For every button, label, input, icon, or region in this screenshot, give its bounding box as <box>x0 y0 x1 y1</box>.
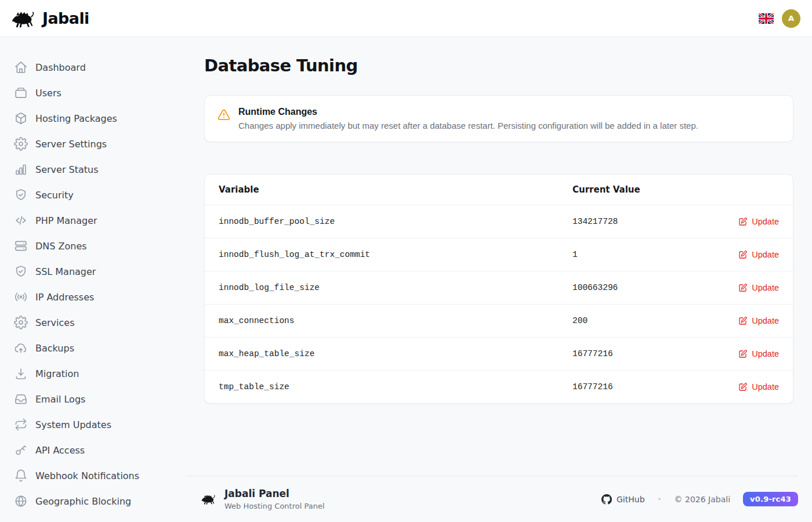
app-footer: Jabali Panel Web Hosting Control Panel G… <box>186 476 798 522</box>
update-button-label: Update <box>752 217 779 226</box>
update-button[interactable]: Update <box>738 250 779 259</box>
update-button[interactable]: Update <box>738 217 779 226</box>
sidebar-item-label: IP Addresses <box>35 292 94 303</box>
edit-icon <box>738 217 748 226</box>
update-button-label: Update <box>752 250 779 259</box>
key-icon <box>14 443 28 457</box>
variable-name: max_connections <box>219 316 572 325</box>
wallet-icon <box>14 86 28 100</box>
table-row: max_heap_table_size 16777216 Update <box>205 337 793 370</box>
table-row: innodb_flush_log_at_trx_commit 1 Update <box>205 238 793 271</box>
sidebar-item-api-access[interactable]: API Access <box>0 437 186 463</box>
footer-tagline: Web Hosting Control Panel <box>224 502 325 510</box>
bar-chart-icon <box>14 162 28 176</box>
table-row: max_connections 200 Update <box>205 304 793 337</box>
code-icon <box>14 213 28 227</box>
refresh-icon <box>14 418 28 432</box>
variable-name: innodb_flush_log_at_trx_commit <box>219 250 572 259</box>
gear-icon <box>14 316 28 329</box>
boar-logo-icon <box>201 493 217 505</box>
sidebar-item-label: Dashboard <box>35 62 86 73</box>
github-link-label: GitHub <box>617 495 645 504</box>
language-switcher-uk-flag-icon[interactable] <box>759 13 774 24</box>
column-header-current-value: Current Value <box>572 184 779 195</box>
edit-icon <box>738 349 748 358</box>
shield-check-icon <box>14 264 28 278</box>
sidebar-item-label: Email Logs <box>35 394 85 405</box>
github-icon <box>601 494 612 505</box>
variable-value: 16777216 <box>572 349 738 358</box>
sidebar-item-label: API Access <box>35 445 85 456</box>
table-header-row: Variable Current Value <box>205 175 793 205</box>
update-button-label: Update <box>752 382 779 392</box>
cloud-upload-icon <box>14 341 28 355</box>
copyright-text: © 2026 Jabali <box>675 495 730 504</box>
variable-value: 1 <box>572 250 738 259</box>
sidebar-item-label: Security <box>35 190 74 201</box>
variable-value: 134217728 <box>572 217 738 226</box>
edit-icon <box>738 382 748 392</box>
variable-value: 200 <box>572 316 738 325</box>
update-button[interactable]: Update <box>738 283 779 292</box>
update-button[interactable]: Update <box>738 316 779 325</box>
inbox-icon <box>14 392 28 406</box>
edit-icon <box>738 250 748 259</box>
sidebar-item-label: Migration <box>35 368 79 379</box>
update-button-label: Update <box>752 316 779 325</box>
sidebar-item-geographic-blocking[interactable]: Geographic Blocking <box>0 488 186 514</box>
sidebar-item-label: Geographic Blocking <box>35 496 131 507</box>
variable-name: innodb_log_file_size <box>219 283 572 292</box>
boar-logo-icon <box>12 9 37 28</box>
shield-check-icon <box>14 188 28 202</box>
sidebar-item-server-settings[interactable]: Server Settings <box>0 131 186 157</box>
edit-icon <box>738 316 748 325</box>
brand-name: Jabali <box>42 9 89 27</box>
bell-icon <box>14 469 28 483</box>
runtime-changes-warning-card: Runtime Changes Changes apply immediatel… <box>204 95 793 142</box>
github-link[interactable]: GitHub <box>601 494 645 505</box>
sidebar-item-ip-addresses[interactable]: IP Addresses <box>0 284 186 310</box>
variables-table: Variable Current Value innodb_buffer_poo… <box>204 174 793 404</box>
variable-name: max_heap_table_size <box>219 349 572 358</box>
sidebar-item-ssl-manager[interactable]: SSL Manager <box>0 259 186 284</box>
update-button[interactable]: Update <box>738 382 779 392</box>
sidebar-item-email-logs[interactable]: Email Logs <box>0 386 186 412</box>
footer-separator-dot: • <box>658 495 662 503</box>
user-avatar[interactable]: A <box>782 9 800 28</box>
brand-logo[interactable]: Jabali <box>12 9 89 28</box>
sidebar-item-system-updates[interactable]: System Updates <box>0 412 186 437</box>
warning-message: Changes apply immediately but may reset … <box>238 120 698 132</box>
update-button-label: Update <box>752 283 779 292</box>
sidebar-item-services[interactable]: Services <box>0 310 186 335</box>
sidebar-item-label: Hosting Packages <box>35 113 117 124</box>
sidebar-item-label: Backups <box>35 343 74 354</box>
sidebar-item-php-manager[interactable]: PHP Manager <box>0 208 186 233</box>
app-header: Jabali A <box>0 0 812 37</box>
page-title: Database Tuning <box>204 56 793 75</box>
gear-icon <box>14 137 28 151</box>
sidebar-item-security[interactable]: Security <box>0 182 186 208</box>
sidebar-item-hosting-packages[interactable]: Hosting Packages <box>0 106 186 131</box>
sidebar-item-users[interactable]: Users <box>0 80 186 106</box>
sidebar-item-webhook-notifications[interactable]: Webhook Notifications <box>0 463 186 488</box>
sidebar-item-server-status[interactable]: Server Status <box>0 157 186 182</box>
sidebar: Dashboard Users Hosting Packages Server … <box>0 37 186 522</box>
sidebar-item-dns-zones[interactable]: DNS Zones <box>0 233 186 259</box>
update-button-label: Update <box>752 349 779 358</box>
sidebar-item-migration[interactable]: Migration <box>0 361 186 386</box>
home-icon <box>14 60 28 74</box>
update-button[interactable]: Update <box>738 349 779 358</box>
variable-name: innodb_buffer_pool_size <box>219 217 572 226</box>
package-icon <box>14 111 28 125</box>
table-row: innodb_buffer_pool_size 134217728 Update <box>205 205 793 238</box>
sidebar-item-label: System Updates <box>35 419 111 430</box>
radio-icon <box>14 290 28 304</box>
sidebar-item-label: Server Status <box>35 164 99 175</box>
main-content: Database Tuning Runtime Changes Changes … <box>186 37 812 522</box>
server-icon <box>14 239 28 253</box>
sidebar-item-dashboard[interactable]: Dashboard <box>0 55 186 80</box>
sidebar-item-backups[interactable]: Backups <box>0 335 186 361</box>
sidebar-item-label: Webhook Notifications <box>35 470 139 481</box>
version-badge: v0.9-rc43 <box>743 492 798 506</box>
edit-icon <box>738 283 748 292</box>
